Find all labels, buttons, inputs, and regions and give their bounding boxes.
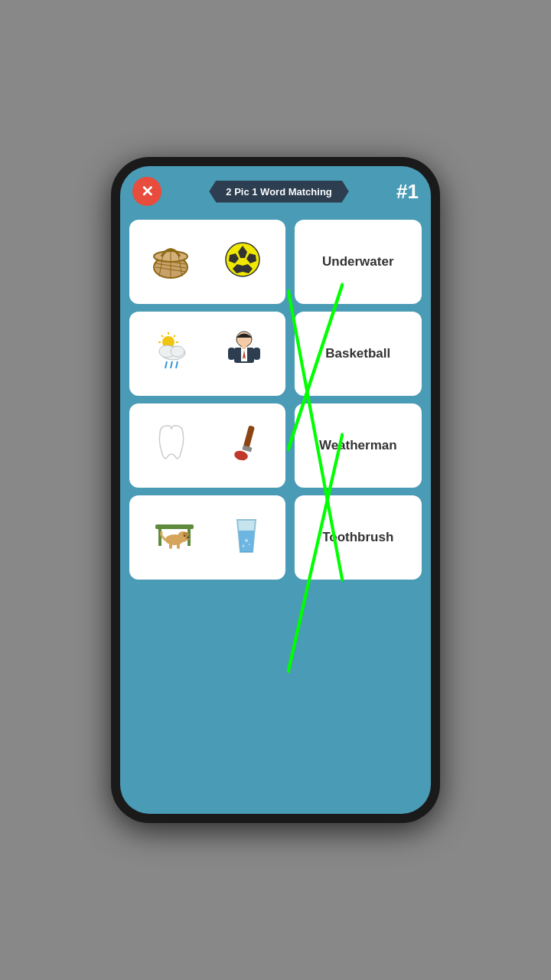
close-button[interactable]: ✕ [132, 177, 161, 206]
image-card-3[interactable] [129, 403, 285, 488]
svg-line-19 [161, 335, 163, 337]
svg-rect-31 [242, 346, 246, 349]
phone-device: ✕ 2 Pic 1 Word Matching #1 [111, 157, 440, 823]
svg-line-20 [174, 335, 175, 337]
svg-rect-49 [177, 543, 180, 549]
svg-point-52 [249, 544, 250, 545]
svg-point-23 [171, 346, 184, 357]
glass-water-icon [231, 514, 262, 562]
svg-line-26 [176, 361, 178, 368]
svg-point-47 [187, 537, 190, 538]
app-screen: ✕ 2 Pic 1 Word Matching #1 [120, 166, 431, 814]
svg-point-38 [233, 449, 248, 461]
image-card-2[interactable] [129, 312, 285, 396]
basket-icon [150, 238, 192, 286]
dog-table-icon [152, 514, 197, 562]
close-icon: ✕ [141, 184, 154, 199]
svg-rect-35 [253, 348, 260, 360]
image-card-1[interactable] [129, 220, 285, 304]
level-badge: #1 [396, 180, 419, 204]
left-column [129, 220, 285, 805]
soccer-ball-icon [222, 238, 264, 286]
svg-rect-48 [169, 543, 172, 549]
word-card-weatherman[interactable]: Weatherman [295, 403, 422, 488]
svg-rect-34 [228, 348, 235, 360]
word-card-basketball[interactable]: Basketball [295, 312, 422, 396]
weather-icon [152, 330, 194, 378]
svg-line-24 [165, 361, 167, 368]
tooth-icon [152, 422, 191, 470]
word-card-toothbrush[interactable]: Toothbrush [295, 495, 422, 580]
right-column: Underwater Basketball Weatherman Toothbr… [295, 220, 422, 805]
paintbrush-icon [224, 422, 262, 470]
svg-point-51 [243, 544, 245, 547]
word-card-underwater[interactable]: Underwater [295, 220, 422, 304]
svg-line-25 [171, 361, 172, 368]
svg-point-45 [184, 535, 185, 537]
man-icon [225, 330, 263, 378]
game-title: 2 Pic 1 Word Matching [209, 181, 348, 203]
top-bar: ✕ 2 Pic 1 Word Matching #1 [120, 166, 431, 214]
game-area: Underwater Basketball Weatherman Toothbr… [120, 214, 431, 814]
svg-rect-39 [155, 524, 194, 529]
svg-point-50 [245, 539, 248, 542]
image-card-4[interactable] [129, 495, 285, 580]
